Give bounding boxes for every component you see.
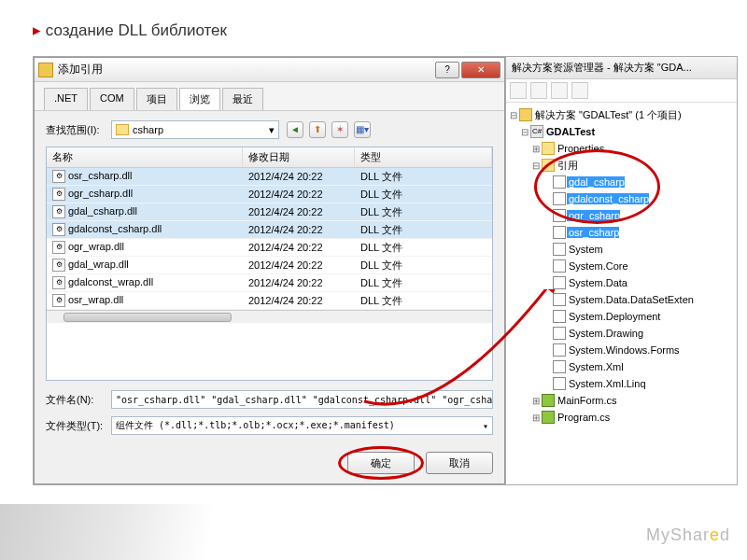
col-type[interactable]: 类型 [355, 147, 492, 167]
cs-file-icon [542, 394, 555, 407]
tab-项目[interactable]: 项目 [136, 88, 177, 110]
close-button[interactable]: ✕ [461, 62, 500, 78]
dll-icon: ⚙ [52, 188, 65, 201]
reference-icon [553, 209, 566, 222]
slide-title: создание DLL библиотек [33, 21, 227, 40]
filename-label: 文件名(N): [46, 393, 111, 407]
file-list-headers: 名称 修改日期 类型 [47, 147, 492, 168]
cs-file-node[interactable]: ⊞Program.cs [508, 409, 735, 426]
col-name[interactable]: 名称 [47, 147, 243, 167]
reference-icon [553, 175, 566, 189]
reference-node[interactable]: System.Data.DataSetExten [508, 291, 735, 308]
folder-icon [116, 124, 129, 135]
reference-icon [553, 259, 566, 273]
dialog-icon [38, 63, 53, 77]
nav-view-icon[interactable]: ▦▾ [354, 121, 371, 138]
dialog-tabs: .NETCOM项目浏览最近 [35, 82, 504, 111]
dll-icon: ⚙ [52, 223, 65, 236]
reference-node[interactable]: System.Xml [508, 358, 735, 375]
solution-explorer-title: 解决方案资源管理器 - 解决方案 "GDA... [506, 57, 737, 79]
properties-node[interactable]: ⊞Properties [508, 140, 735, 157]
tab-com[interactable]: COM [90, 88, 134, 110]
file-row[interactable]: ⚙gdalconst_csharp.dll2012/4/24 20:22DLL … [47, 221, 492, 239]
file-row[interactable]: ⚙ogr_csharp.dll2012/4/24 20:22DLL 文件 [47, 186, 492, 203]
toolbar-button[interactable] [551, 82, 568, 99]
reference-icon [553, 327, 566, 340]
watermark: MyShared [646, 525, 730, 545]
filename-input[interactable]: "osr_csharp.dll" "gdal_csharp.dll" "gdal… [111, 390, 493, 409]
filetype-label: 文件类型(T): [46, 419, 111, 433]
solution-toolbar [506, 79, 737, 103]
nav-newfolder-icon[interactable]: ✶ [331, 121, 348, 138]
toolbar-button[interactable] [530, 82, 547, 99]
toolbar-button[interactable] [571, 82, 588, 99]
references-icon [542, 159, 555, 172]
tab-浏览[interactable]: 浏览 [179, 88, 220, 110]
reference-icon [553, 226, 566, 239]
col-date[interactable]: 修改日期 [243, 147, 355, 167]
folder-combo[interactable]: csharp ▾ [111, 120, 279, 139]
main-container: 添加引用 ? ✕ .NETCOM项目浏览最近 查找范围(I): csharp ▾… [33, 56, 738, 485]
project-node[interactable]: ⊟C#GDALTest [508, 123, 735, 140]
file-list[interactable]: 名称 修改日期 类型 ⚙osr_csharp.dll2012/4/24 20:2… [46, 147, 493, 381]
reference-icon [553, 243, 566, 256]
file-row[interactable]: ⚙ogr_wrap.dll2012/4/24 20:22DLL 文件 [47, 239, 492, 257]
project-icon: C# [530, 125, 543, 138]
add-reference-dialog: 添加引用 ? ✕ .NETCOM项目浏览最近 查找范围(I): csharp ▾… [34, 57, 505, 484]
reference-node[interactable]: System.Core [508, 258, 735, 274]
tab-.net[interactable]: .NET [44, 88, 88, 110]
reference-node[interactable]: System [508, 241, 735, 258]
file-row[interactable]: ⚙osr_wrap.dll2012/4/24 20:22DLL 文件 [47, 292, 492, 310]
reference-icon [553, 360, 566, 373]
horizontal-scrollbar[interactable] [47, 310, 492, 323]
reference-icon [553, 276, 566, 289]
reference-icon [553, 310, 566, 323]
cancel-button[interactable]: 取消 [426, 452, 493, 474]
reference-node[interactable]: ogr_csharp [508, 207, 735, 224]
reference-icon [553, 377, 566, 390]
reference-node[interactable]: gdalconst_csharp [508, 190, 735, 207]
ok-button[interactable]: 确定 [347, 452, 415, 474]
solution-node[interactable]: ⊟解决方案 "GDALTest" (1 个项目) [508, 106, 735, 123]
cs-file-icon [542, 411, 555, 424]
nav-back-icon[interactable]: ◄ [287, 121, 303, 138]
reference-icon [553, 192, 566, 205]
solution-icon [519, 108, 532, 121]
reference-node[interactable]: System.Windows.Forms [508, 342, 735, 358]
file-row[interactable]: ⚙gdalconst_wrap.dll2012/4/24 20:22DLL 文件 [47, 274, 492, 292]
ok-button-highlight: 确定 [347, 452, 415, 474]
reference-node[interactable]: osr_csharp [508, 224, 735, 241]
dll-icon: ⚙ [52, 241, 65, 254]
folder-icon [542, 142, 555, 155]
dialog-titlebar: 添加引用 ? ✕ [35, 58, 504, 82]
nav-up-icon[interactable]: ⬆ [309, 121, 326, 138]
reference-node[interactable]: System.Xml.Linq [508, 375, 735, 392]
reference-node[interactable]: System.Deployment [508, 308, 735, 325]
reference-icon [553, 293, 566, 306]
dialog-title: 添加引用 [58, 62, 435, 77]
filetype-combo[interactable]: 组件文件 (*.dll;*.tlb;*.olb;*.ocx;*.exe;*.ma… [111, 416, 493, 435]
reference-icon [553, 343, 566, 357]
file-row[interactable]: ⚙gdal_csharp.dll2012/4/24 20:22DLL 文件 [47, 203, 492, 221]
slide-decoration [0, 504, 299, 560]
tab-最近[interactable]: 最近 [222, 88, 263, 110]
solution-tree[interactable]: ⊟解决方案 "GDALTest" (1 个项目) ⊟C#GDALTest ⊞Pr… [506, 103, 737, 429]
dll-icon: ⚙ [52, 294, 65, 307]
file-row[interactable]: ⚙osr_csharp.dll2012/4/24 20:22DLL 文件 [47, 168, 492, 186]
scroll-thumb[interactable] [63, 313, 232, 322]
lookup-label: 查找范围(I): [46, 123, 111, 137]
reference-node[interactable]: System.Drawing [508, 325, 735, 342]
folder-name: csharp [133, 124, 163, 135]
reference-node[interactable]: System.Data [508, 274, 735, 291]
file-row[interactable]: ⚙gdal_wrap.dll2012/4/24 20:22DLL 文件 [47, 257, 492, 274]
reference-node[interactable]: gdal_csharp [508, 174, 735, 190]
dll-icon: ⚙ [52, 276, 65, 289]
dll-icon: ⚙ [52, 259, 65, 272]
toolbar-button[interactable] [510, 82, 527, 99]
solution-explorer: 解决方案资源管理器 - 解决方案 "GDA... ⊟解决方案 "GDALTest… [505, 57, 737, 484]
dll-icon: ⚙ [52, 205, 65, 218]
cs-file-node[interactable]: ⊞MainForm.cs [508, 392, 735, 409]
references-node[interactable]: ⊟引用 [508, 157, 735, 174]
dll-icon: ⚙ [52, 170, 65, 183]
help-button[interactable]: ? [435, 62, 459, 78]
